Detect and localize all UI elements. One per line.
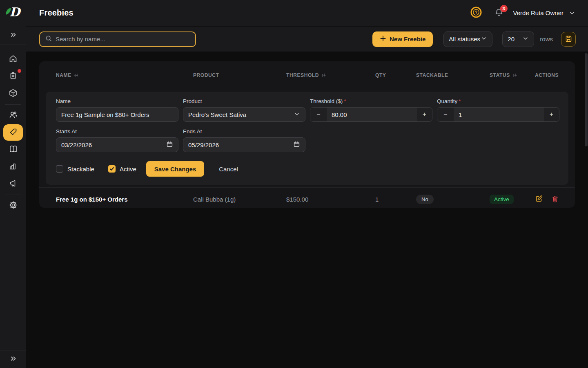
search-input[interactable] <box>56 36 190 43</box>
status-filter-select[interactable]: All statuses <box>443 31 492 47</box>
column-header-status[interactable]: STATUS <box>490 72 535 78</box>
gear-icon <box>9 200 18 211</box>
stackable-checkbox-label: Stackable <box>67 166 94 173</box>
search-box[interactable] <box>39 31 196 47</box>
quantity-increment-button[interactable]: + <box>544 108 559 121</box>
form-row-1: Name Product Pedro's Sweet Sativa <box>56 98 558 122</box>
required-asterisk: * <box>459 98 461 104</box>
table-header-row: NAME PRODUCT THRESHOLD QTY <box>39 61 575 89</box>
sidebar-item-catalog[interactable] <box>3 141 23 158</box>
cancel-button[interactable]: Cancel <box>219 166 238 173</box>
user-menu-name[interactable]: Verde Ruta Owner <box>513 9 564 16</box>
edit-row-button[interactable] <box>535 195 543 204</box>
double-chevron-right-icon <box>9 354 18 365</box>
edit-freebie-form: Name Product Pedro's Sweet Sativa <box>46 92 568 185</box>
product-select-value: Pedro's Sweet Sativa <box>188 111 246 118</box>
sidebar-item-reports[interactable] <box>3 159 23 175</box>
new-freebie-label: New Freebie <box>390 36 425 43</box>
sidebar-item-orders[interactable] <box>3 68 23 85</box>
column-label: QTY <box>375 72 386 78</box>
bar-chart-icon <box>9 162 18 173</box>
threshold-value[interactable]: 80.00 <box>327 108 417 121</box>
sidebar-bottom-expand-button[interactable] <box>0 350 26 368</box>
name-input[interactable] <box>56 107 178 122</box>
topbar-right-group: ? 3 Verde Ruta Owner <box>470 7 576 19</box>
page-size-select[interactable]: 20 <box>502 31 534 47</box>
status-badge: Active <box>490 195 514 204</box>
save-view-button[interactable] <box>561 32 576 47</box>
search-icon <box>45 35 52 44</box>
save-changes-button[interactable]: Save Changes <box>146 161 205 177</box>
delete-row-button[interactable] <box>551 195 559 204</box>
sort-icon <box>74 72 79 78</box>
table-row[interactable]: Free 1g on $150+ Orders Cali Bubba (1g) … <box>39 187 575 211</box>
sidebar-item-customers[interactable] <box>3 107 23 123</box>
sort-icon <box>321 72 326 78</box>
app-logo[interactable]: D <box>0 0 26 26</box>
page-title: Freebies <box>39 8 74 18</box>
status-filter-value: All statuses <box>449 36 480 43</box>
column-header-threshold[interactable]: THRESHOLD <box>286 72 375 78</box>
row-name: Free 1g on $150+ Orders <box>56 196 193 203</box>
stackable-checkbox-group[interactable]: Stackable <box>56 165 94 173</box>
open-book-icon <box>9 144 18 155</box>
row-product: Cali Bubba (1g) <box>193 196 286 203</box>
home-icon <box>9 54 18 65</box>
sort-icon <box>512 72 517 78</box>
column-header-actions: ACTIONS <box>535 72 575 78</box>
quantity-label: Quantity* <box>437 98 559 104</box>
ends-at-date-input[interactable]: 05/29/2026 <box>183 137 305 152</box>
sidebar-item-marketing[interactable] <box>3 176 23 192</box>
orders-alert-dot <box>18 69 21 73</box>
page-size-value: 20 <box>508 36 514 43</box>
quantity-value[interactable]: 1 <box>454 108 544 121</box>
sidebar-expand-button[interactable] <box>0 26 26 45</box>
quantity-decrement-button[interactable]: − <box>437 108 454 121</box>
ends-at-label: Ends At <box>183 128 305 135</box>
starts-at-value: 03/22/2026 <box>61 141 92 148</box>
form-row-2: Starts At 03/22/2026 Ends At 05/29/2026 <box>56 128 558 152</box>
double-chevron-right-icon <box>9 30 18 41</box>
scrollbar-thumb[interactable] <box>585 53 588 146</box>
new-freebie-button[interactable]: New Freebie <box>372 31 433 47</box>
column-label: THRESHOLD <box>286 72 319 78</box>
sidebar-item-home[interactable] <box>3 51 23 67</box>
clipboard-icon <box>9 71 18 82</box>
top-bar: Freebies ? 3 <box>0 0 588 26</box>
sidebar-item-products[interactable] <box>3 85 23 102</box>
column-header-product: PRODUCT <box>193 72 286 78</box>
help-icon: ? <box>470 6 482 20</box>
starts-at-label: Starts At <box>56 128 178 135</box>
trash-icon <box>551 195 559 204</box>
form-row-3: Stackable Active Save Changes Cancel <box>56 161 558 177</box>
column-label: PRODUCT <box>193 72 219 78</box>
active-checkbox[interactable] <box>108 165 116 173</box>
threshold-field-group: Threshold ($)* − 80.00 + <box>310 98 432 122</box>
row-qty: 1 <box>375 196 416 203</box>
notification-badge: 3 <box>500 5 508 12</box>
active-checkbox-group[interactable]: Active <box>108 165 136 173</box>
column-header-name[interactable]: NAME <box>56 72 193 78</box>
stackable-checkbox[interactable] <box>56 165 63 173</box>
toolbar-right-group: New Freebie All statuses 20 rows <box>372 31 576 47</box>
threshold-increment-button[interactable]: + <box>417 108 432 121</box>
starts-at-date-input[interactable]: 03/22/2026 <box>56 137 178 152</box>
product-select[interactable]: Pedro's Sweet Sativa <box>183 107 305 122</box>
row-stackable: No <box>416 195 490 204</box>
product-field-group: Product Pedro's Sweet Sativa <box>183 98 305 122</box>
product-label: Product <box>183 98 305 104</box>
column-header-qty: QTY <box>375 72 416 78</box>
threshold-decrement-button[interactable]: − <box>310 108 327 121</box>
app-root: Freebies ? 3 <box>0 0 588 368</box>
logo-letter: D <box>9 5 20 19</box>
name-label: Name <box>56 98 178 104</box>
sidebar-nav <box>0 45 26 214</box>
floppy-save-icon <box>565 35 572 44</box>
freebies-table-card: NAME PRODUCT THRESHOLD QTY <box>39 61 575 208</box>
sidebar-item-settings[interactable] <box>3 197 23 214</box>
user-menu-chevron-down-icon[interactable] <box>568 9 576 17</box>
sidebar-divider <box>5 104 21 105</box>
help-button[interactable]: ? <box>470 7 482 19</box>
sidebar-item-freebies[interactable] <box>3 124 23 141</box>
notifications-button[interactable]: 3 <box>494 8 504 18</box>
